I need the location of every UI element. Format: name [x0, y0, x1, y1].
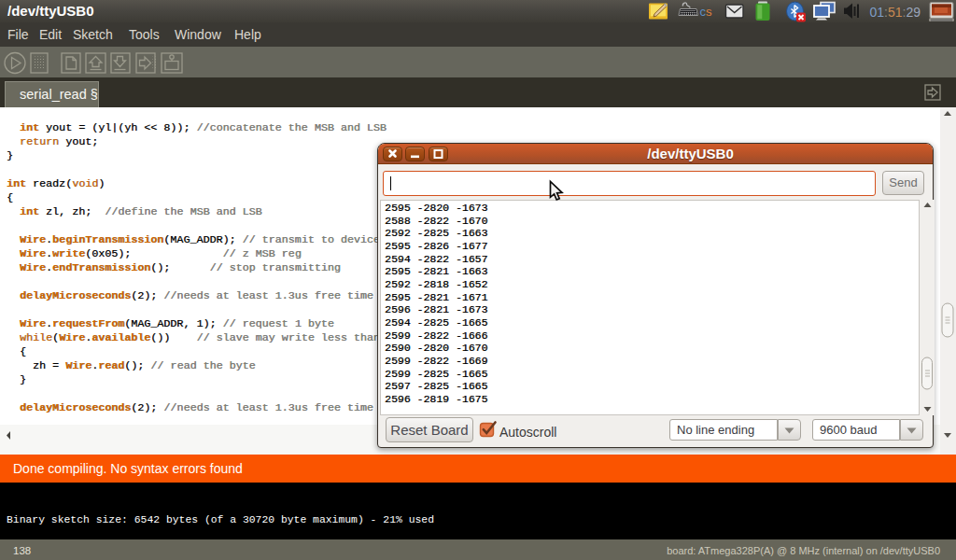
svg-text:s: s [706, 5, 712, 19]
